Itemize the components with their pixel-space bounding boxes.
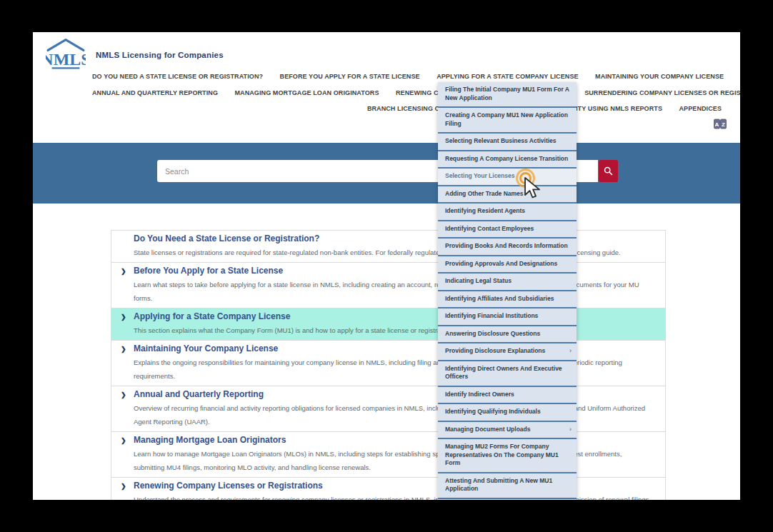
- dropdown-item[interactable]: Identifying Qualifying Individuals: [438, 403, 577, 421]
- nmls-logo-icon: NMLS: [46, 37, 86, 71]
- chevron-right-icon: ❯: [121, 268, 126, 275]
- dropdown-item-label: Adding Other Trade Names: [445, 190, 524, 197]
- dropdown-item-label: Attesting And Submitting A New MU1 Appli…: [445, 477, 552, 493]
- search-icon: [604, 166, 613, 176]
- dropdown-item-label: Indicating Legal Status: [445, 277, 512, 284]
- browser-page: NMLS NMLS Licensing for Companies DO YOU…: [33, 32, 740, 500]
- nav-do-you-need-license[interactable]: DO YOU NEED A STATE LICENSE OR REGISTRAT…: [92, 69, 263, 84]
- dropdown-item-label: Identifying Qualifying Individuals: [445, 408, 541, 415]
- chevron-right-icon: ❯: [121, 437, 126, 444]
- chevron-right-icon: ❯: [121, 391, 126, 398]
- nav-row-1: DO YOU NEED A STATE LICENSE OR REGISTRAT…: [79, 68, 722, 84]
- section-do-you-need-license[interactable]: Do You Need a State License or Registrat…: [111, 231, 665, 263]
- dropdown-item-label: Filing The Initial Company MU1 Form For …: [445, 86, 569, 101]
- dropdown-item-providing-disclosure-explanations[interactable]: Providing Disclosure Explanations ›: [438, 342, 577, 360]
- nav-managing-mlos[interactable]: MANAGING MORTGAGE LOAN ORIGINATORS: [234, 86, 379, 101]
- glossary-letter-a: A: [715, 121, 719, 128]
- dropdown-item[interactable]: Identifying Affiliates And Subsidiaries: [438, 290, 577, 308]
- chevron-right-icon: ❯: [121, 313, 126, 321]
- dropdown-item[interactable]: Managing MU2 Forms For Company Represent…: [438, 438, 577, 472]
- dropdown-item[interactable]: Answering Disclosure Questions: [438, 325, 577, 343]
- dropdown-item[interactable]: Paying For A Company MU1 New Application…: [438, 498, 577, 501]
- site-title: NMLS Licensing for Companies: [96, 51, 224, 59]
- screenshot-frame: { "header": { "logo_text": "NMLS", "titl…: [0, 0, 773, 532]
- nav-maintaining-license[interactable]: MAINTAINING YOUR COMPANY LICENSE: [595, 69, 724, 84]
- nav-surrendering-licenses[interactable]: SURRENDERING COMPANY LICENSES OR REGISTR…: [584, 86, 740, 101]
- dropdown-item[interactable]: Providing Books And Records Information: [438, 237, 577, 255]
- nav-annual-quarterly-reporting[interactable]: ANNUAL AND QUARTERLY REPORTING: [92, 86, 218, 101]
- glossary-letter-z: Z: [722, 121, 725, 128]
- submenu-chevron-icon: ›: [569, 425, 572, 433]
- dropdown-item-label: Identifying Direct Owners And Executive …: [445, 365, 562, 381]
- dropdown-item[interactable]: Attesting And Submitting A New MU1 Appli…: [438, 472, 577, 498]
- dropdown-item[interactable]: Identifying Resident Agents: [438, 202, 577, 220]
- dropdown-item-label: Requesting A Company License Transition: [445, 155, 568, 162]
- dropdown-item[interactable]: Adding Other Trade Names: [438, 185, 577, 203]
- dropdown-item-label: Providing Approvals And Designations: [445, 260, 557, 267]
- dropdown-item-label: Identifying Financial Institutions: [445, 312, 538, 319]
- dropdown-item-label: Identifying Resident Agents: [445, 207, 525, 214]
- dropdown-item[interactable]: Identifying Financial Institutions: [438, 307, 577, 325]
- dropdown-item-selecting-your-licenses[interactable]: Selecting Your Licenses: [438, 167, 577, 185]
- section-renewing-licenses[interactable]: ❯ Renewing Company Licenses or Registrat…: [111, 478, 665, 500]
- main-navigation: DO YOU NEED A STATE LICENSE OR REGISTRAT…: [79, 68, 722, 116]
- dropdown-item[interactable]: Identifying Direct Owners And Executive …: [438, 360, 577, 386]
- chevron-right-icon: ❯: [121, 483, 126, 490]
- dropdown-item[interactable]: Indicating Legal Status: [438, 272, 577, 290]
- dropdown-item-label: Identifying Contact Employees: [445, 225, 534, 232]
- dropdown-item-label: Managing Document Uploads: [445, 426, 530, 433]
- applying-license-dropdown-menu: Filing The Initial Company MU1 Form For …: [438, 82, 577, 500]
- dropdown-item-label: Selecting Your Licenses: [445, 172, 514, 179]
- dropdown-item-label: Providing Disclosure Explanations: [445, 347, 545, 354]
- dropdown-item-label: Managing MU2 Forms For Company Represent…: [445, 443, 559, 466]
- section-applying-state-company-license[interactable]: ❯ Applying for a State Company License T…: [111, 308, 665, 341]
- glossary-book-icon[interactable]: A Z: [714, 119, 727, 129]
- dropdown-item[interactable]: Identifying Contact Employees: [438, 220, 577, 238]
- dropdown-item-label: Identifying Affiliates And Subsidiaries: [445, 295, 554, 302]
- nav-row-2: ANNUAL AND QUARTERLY REPORTING MANAGING …: [79, 84, 722, 101]
- dropdown-item[interactable]: Creating A Company MU1 New Application F…: [438, 106, 577, 132]
- dropdown-item-label: Identify Indirect Owners: [445, 391, 514, 398]
- dropdown-item[interactable]: Selecting Relevant Business Activities: [438, 132, 577, 150]
- dropdown-item-label: Providing Books And Records Information: [445, 242, 568, 249]
- dropdown-item-label: Creating A Company MU1 New Application F…: [445, 111, 568, 127]
- dropdown-item[interactable]: Providing Approvals And Designations: [438, 255, 577, 273]
- nav-row-3: BRANCH LICENSING OR REGISTRATION MONITOR…: [79, 100, 722, 116]
- dropdown-item-label: Selecting Relevant Business Activities: [445, 137, 557, 144]
- dropdown-item[interactable]: Requesting A Company License Transition: [438, 150, 577, 168]
- section-managing-mlos[interactable]: ❯ Managing Mortgage Loan Originators Lea…: [111, 432, 665, 478]
- section-maintaining-license[interactable]: ❯ Maintaining Your Company License Expla…: [111, 341, 665, 386]
- section-accordion: Do You Need a State License or Registrat…: [111, 230, 666, 500]
- dropdown-item[interactable]: Filing The Initial Company MU1 Form For …: [438, 82, 577, 106]
- chevron-right-icon: ❯: [121, 346, 126, 353]
- section-annual-quarterly-reporting[interactable]: ❯ Annual and Quarterly Reporting Overvie…: [111, 386, 665, 432]
- nav-before-you-apply[interactable]: BEFORE YOU APPLY FOR A STATE LICENSE: [280, 69, 420, 84]
- dropdown-item-label: Answering Disclosure Questions: [445, 330, 540, 337]
- nav-appendices[interactable]: APPENDICES: [679, 101, 722, 116]
- section-before-you-apply[interactable]: ❯ Before You Apply for a State License L…: [111, 263, 665, 308]
- search-band: [33, 143, 740, 204]
- search-button[interactable]: [599, 160, 618, 182]
- submenu-chevron-icon: ›: [569, 347, 572, 356]
- logo-text: NMLS: [46, 50, 86, 69]
- dropdown-item[interactable]: Identify Indirect Owners: [438, 386, 577, 403]
- dropdown-item-managing-document-uploads[interactable]: Managing Document Uploads ›: [438, 421, 577, 438]
